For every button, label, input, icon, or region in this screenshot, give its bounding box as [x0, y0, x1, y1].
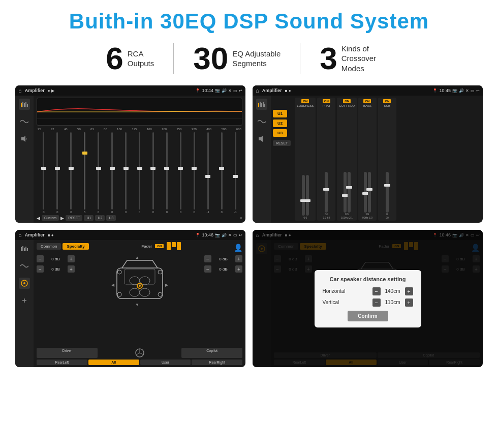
phat-slider[interactable]: [325, 172, 328, 213]
slider-5[interactable]: 0: [92, 132, 105, 214]
wave-icon[interactable]: [19, 116, 30, 127]
sub-on[interactable]: ON: [383, 99, 391, 103]
copilot-btn[interactable]: Copilot: [181, 348, 242, 358]
loudness-slider-2[interactable]: [306, 175, 309, 216]
vertical-label: Vertical: [323, 300, 353, 305]
slider-4[interactable]: 5: [79, 132, 91, 214]
wave-icon-2[interactable]: [256, 116, 267, 127]
slider-12[interactable]: 0: [188, 132, 200, 214]
slider-6[interactable]: 0: [106, 132, 118, 214]
amp-main: U1 U2 U3 RESET ON LOUDNESS: [271, 96, 483, 223]
speaker-icon-3[interactable]: [19, 278, 30, 289]
rearleft-btn[interactable]: RearLeft: [37, 360, 87, 365]
status-right-1: 📍 10:44 📷 🔊 ✕ ▭ ↩: [195, 88, 242, 93]
slider-13[interactable]: -1: [202, 132, 214, 214]
vertical-minus[interactable]: −: [372, 298, 381, 307]
svg-line-41: [140, 353, 144, 355]
loudness-on[interactable]: ON: [301, 99, 309, 103]
u2-btn[interactable]: U2: [273, 120, 287, 127]
slider-2[interactable]: 0: [51, 132, 64, 214]
sp-plus-br[interactable]: +: [235, 265, 242, 273]
confirm-button[interactable]: Confirm: [348, 311, 388, 321]
rearright-btn[interactable]: RearRight: [192, 360, 242, 365]
u1-button[interactable]: U1: [84, 215, 94, 221]
bass-slider-2[interactable]: [368, 172, 371, 213]
slider-10[interactable]: 0: [161, 132, 173, 214]
slider-15[interactable]: -1: [229, 132, 241, 214]
horizontal-plus[interactable]: +: [405, 287, 413, 295]
slider-14[interactable]: 0: [215, 132, 228, 214]
eq-bottom-bar: ◀ Custom ▶ RESET U1 U2 U3 »: [37, 215, 242, 221]
expand-icon-3[interactable]: [19, 295, 30, 306]
all-btn[interactable]: All: [88, 360, 139, 365]
u2-button[interactable]: U2: [95, 215, 105, 221]
phat-on[interactable]: ON: [323, 99, 330, 103]
svg-rect-11: [261, 103, 262, 107]
volume-ctrl-icon[interactable]: [19, 133, 30, 144]
home-icon[interactable]: ⌂: [18, 87, 22, 94]
back-icon-2[interactable]: ↩: [476, 88, 480, 93]
slider-9[interactable]: 0: [147, 132, 160, 214]
svg-rect-15: [21, 247, 22, 251]
volume-ctrl-icon-2[interactable]: [256, 133, 267, 144]
stat-eq-number: 30: [193, 43, 228, 74]
cutfreq-on[interactable]: ON: [343, 99, 351, 103]
sp-minus-br[interactable]: −: [204, 265, 211, 273]
slider-11[interactable]: 0: [174, 132, 186, 214]
sp-minus-tl[interactable]: −: [37, 255, 44, 262]
svg-point-21: [23, 282, 25, 284]
specialty-tab[interactable]: Specialty: [63, 243, 88, 250]
amp-reset-btn[interactable]: RESET: [273, 140, 291, 146]
user-icon[interactable]: 👤: [234, 244, 242, 252]
home-icon-2[interactable]: ⌂: [256, 87, 259, 94]
location-icon-3: 📍: [195, 233, 200, 237]
wave-icon-3[interactable]: [19, 260, 30, 272]
driver-btn[interactable]: Driver: [37, 348, 98, 358]
u3-button[interactable]: U3: [106, 215, 116, 221]
sp-minus-bl[interactable]: −: [37, 265, 44, 273]
eq-icon[interactable]: [19, 99, 30, 110]
eq-icon-3[interactable]: [19, 243, 30, 254]
horizontal-minus[interactable]: −: [372, 287, 381, 295]
home-icon-3[interactable]: ⌂: [18, 232, 22, 238]
sub-slider[interactable]: [386, 172, 389, 213]
stat-rca-label: RCAOutputs: [128, 49, 154, 69]
u3-btn[interactable]: U3: [273, 129, 287, 137]
reset-button[interactable]: RESET: [66, 215, 82, 221]
freq-25: 25: [38, 128, 41, 131]
fader-bar-2: [172, 242, 176, 247]
back-icon[interactable]: ↩: [239, 88, 242, 93]
prev-button[interactable]: ◀: [37, 216, 40, 221]
slider-3[interactable]: 0: [65, 132, 77, 214]
slider-8[interactable]: 0: [134, 132, 146, 214]
screen-amp: ⌂ Amplifier ■ ● 📍 10:45 📷 🔊 ✕ ▭ ↩: [253, 85, 483, 223]
user-btn[interactable]: User: [140, 360, 191, 365]
sp-plus-tl[interactable]: +: [68, 255, 75, 262]
expand-arrows[interactable]: »: [240, 216, 242, 220]
loudness-slider[interactable]: [302, 175, 305, 216]
sp-minus-tr[interactable]: −: [204, 255, 211, 262]
back-icon-3[interactable]: ↩: [239, 233, 242, 237]
eq-icon-2[interactable]: [256, 99, 267, 110]
u1-btn[interactable]: U1: [273, 110, 287, 117]
svg-rect-2: [24, 103, 25, 107]
cutfreq-slider[interactable]: [344, 172, 347, 213]
status-bar-3: ⌂ Amplifier ■ ● 📍 10:46 📷 🔊 ✕ ▭ ↩: [15, 230, 245, 240]
common-tab[interactable]: Common: [37, 243, 61, 250]
sp-plus-tr[interactable]: +: [235, 255, 242, 262]
bass-slider[interactable]: [364, 172, 367, 213]
next-button[interactable]: ▶: [60, 216, 64, 221]
status-time-1: 10:44: [202, 88, 213, 93]
vertical-plus[interactable]: +: [405, 298, 413, 307]
freq-80: 80: [104, 128, 107, 131]
cutfreq-slider-2[interactable]: [348, 172, 351, 213]
svg-rect-10: [260, 102, 261, 107]
sp-plus-bl[interactable]: +: [68, 265, 75, 273]
bass-ctrl: ON BASS: [358, 98, 377, 221]
status-time-2: 10:45: [439, 88, 451, 93]
custom-preset[interactable]: Custom: [42, 215, 59, 221]
slider-7[interactable]: 0: [120, 132, 132, 214]
fader-on-badge[interactable]: ON: [155, 244, 164, 248]
slider-1[interactable]: 0: [38, 132, 50, 214]
bass-on[interactable]: ON: [363, 99, 371, 103]
